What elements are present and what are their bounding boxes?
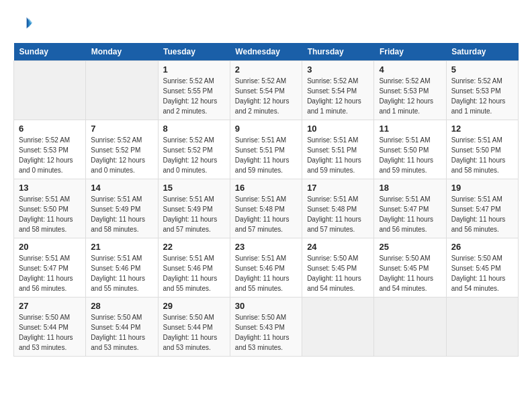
day-number: 7 (91, 124, 152, 134)
day-detail: Sunrise: 5:51 AMSunset: 5:48 PMDaylight:… (235, 194, 297, 234)
day-detail: Sunrise: 5:51 AMSunset: 5:47 PMDaylight:… (379, 194, 441, 234)
day-detail: Sunrise: 5:51 AMSunset: 5:51 PMDaylight:… (235, 135, 297, 175)
day-number: 26 (451, 242, 513, 252)
calendar-cell: 1Sunrise: 5:52 AMSunset: 5:55 PMDaylight… (158, 61, 230, 120)
calendar-cell: 2Sunrise: 5:52 AMSunset: 5:54 PMDaylight… (230, 61, 302, 120)
day-number: 1 (163, 64, 225, 75)
day-number: 29 (163, 301, 225, 311)
day-number: 28 (91, 301, 152, 311)
day-number: 9 (235, 124, 297, 134)
day-detail: Sunrise: 5:52 AMSunset: 5:53 PMDaylight:… (379, 76, 441, 116)
calendar-cell (14, 61, 86, 120)
calendar-cell: 29Sunrise: 5:50 AMSunset: 5:44 PMDayligh… (158, 298, 230, 357)
day-number: 25 (379, 242, 441, 252)
calendar-cell: 6Sunrise: 5:52 AMSunset: 5:53 PMDaylight… (14, 120, 86, 179)
day-number: 27 (19, 301, 81, 311)
day-number: 10 (307, 124, 369, 134)
day-number: 4 (379, 64, 441, 75)
calendar-cell: 25Sunrise: 5:50 AMSunset: 5:45 PMDayligh… (374, 238, 446, 298)
calendar-cell: 16Sunrise: 5:51 AMSunset: 5:48 PMDayligh… (230, 179, 302, 238)
day-detail: Sunrise: 5:51 AMSunset: 5:47 PMDaylight:… (451, 194, 513, 234)
calendar-cell (374, 298, 446, 357)
calendar-cell: 21Sunrise: 5:51 AMSunset: 5:46 PMDayligh… (86, 238, 158, 298)
weekday-header-saturday: Saturday (446, 43, 518, 61)
logo (13, 13, 35, 32)
calendar-cell: 26Sunrise: 5:50 AMSunset: 5:45 PMDayligh… (446, 238, 518, 298)
calendar-cell: 13Sunrise: 5:51 AMSunset: 5:50 PMDayligh… (14, 179, 86, 238)
calendar-cell: 4Sunrise: 5:52 AMSunset: 5:53 PMDaylight… (374, 61, 446, 120)
svg-marker-1 (28, 18, 32, 28)
day-detail: Sunrise: 5:52 AMSunset: 5:52 PMDaylight:… (91, 135, 152, 175)
day-number: 11 (379, 124, 441, 134)
day-detail: Sunrise: 5:50 AMSunset: 5:44 PMDaylight:… (163, 312, 225, 353)
calendar-cell: 28Sunrise: 5:50 AMSunset: 5:44 PMDayligh… (86, 298, 158, 357)
day-number: 8 (163, 124, 225, 134)
day-number: 2 (235, 64, 297, 75)
day-detail: Sunrise: 5:51 AMSunset: 5:51 PMDaylight:… (307, 135, 369, 175)
weekday-header-tuesday: Tuesday (158, 43, 230, 61)
weekday-header-sunday: Sunday (14, 43, 86, 61)
calendar-cell: 12Sunrise: 5:51 AMSunset: 5:50 PMDayligh… (446, 120, 518, 179)
calendar-cell: 24Sunrise: 5:50 AMSunset: 5:45 PMDayligh… (302, 238, 374, 298)
calendar-cell (86, 61, 158, 120)
calendar-cell: 9Sunrise: 5:51 AMSunset: 5:51 PMDaylight… (230, 120, 302, 179)
day-number: 5 (451, 64, 513, 75)
calendar-cell (446, 298, 518, 357)
day-detail: Sunrise: 5:50 AMSunset: 5:45 PMDaylight:… (379, 253, 441, 293)
calendar-week-row: 13Sunrise: 5:51 AMSunset: 5:50 PMDayligh… (14, 179, 519, 238)
calendar-cell: 14Sunrise: 5:51 AMSunset: 5:49 PMDayligh… (86, 179, 158, 238)
calendar-cell: 22Sunrise: 5:51 AMSunset: 5:46 PMDayligh… (158, 238, 230, 298)
day-detail: Sunrise: 5:51 AMSunset: 5:46 PMDaylight:… (91, 253, 152, 293)
calendar-week-row: 27Sunrise: 5:50 AMSunset: 5:44 PMDayligh… (14, 298, 519, 357)
calendar-cell: 20Sunrise: 5:51 AMSunset: 5:47 PMDayligh… (14, 238, 86, 298)
calendar-cell: 23Sunrise: 5:51 AMSunset: 5:46 PMDayligh… (230, 238, 302, 298)
calendar-cell: 7Sunrise: 5:52 AMSunset: 5:52 PMDaylight… (86, 120, 158, 179)
calendar-cell (302, 298, 374, 357)
day-number: 23 (235, 242, 297, 252)
day-number: 30 (235, 301, 297, 311)
day-detail: Sunrise: 5:51 AMSunset: 5:50 PMDaylight:… (379, 135, 441, 175)
calendar-cell: 8Sunrise: 5:52 AMSunset: 5:52 PMDaylight… (158, 120, 230, 179)
day-number: 22 (163, 242, 225, 252)
day-number: 13 (19, 183, 81, 193)
day-detail: Sunrise: 5:52 AMSunset: 5:53 PMDaylight:… (451, 76, 513, 116)
day-detail: Sunrise: 5:51 AMSunset: 5:48 PMDaylight:… (307, 194, 369, 234)
day-number: 6 (19, 124, 81, 134)
weekday-header-friday: Friday (374, 43, 446, 61)
calendar-cell: 18Sunrise: 5:51 AMSunset: 5:47 PMDayligh… (374, 179, 446, 238)
day-detail: Sunrise: 5:50 AMSunset: 5:43 PMDaylight:… (235, 312, 297, 353)
page-header (13, 13, 519, 32)
day-detail: Sunrise: 5:50 AMSunset: 5:45 PMDaylight:… (307, 253, 369, 293)
calendar-week-row: 20Sunrise: 5:51 AMSunset: 5:47 PMDayligh… (14, 238, 519, 298)
day-detail: Sunrise: 5:51 AMSunset: 5:46 PMDaylight:… (235, 253, 297, 293)
day-detail: Sunrise: 5:51 AMSunset: 5:49 PMDaylight:… (91, 194, 152, 234)
calendar-week-row: 6Sunrise: 5:52 AMSunset: 5:53 PMDaylight… (14, 120, 519, 179)
day-number: 12 (451, 124, 513, 134)
day-detail: Sunrise: 5:50 AMSunset: 5:44 PMDaylight:… (91, 312, 152, 353)
day-detail: Sunrise: 5:50 AMSunset: 5:44 PMDaylight:… (19, 312, 81, 353)
day-number: 24 (307, 242, 369, 252)
day-detail: Sunrise: 5:52 AMSunset: 5:54 PMDaylight:… (307, 76, 369, 116)
day-detail: Sunrise: 5:52 AMSunset: 5:53 PMDaylight:… (19, 135, 81, 175)
calendar-cell: 11Sunrise: 5:51 AMSunset: 5:50 PMDayligh… (374, 120, 446, 179)
day-detail: Sunrise: 5:52 AMSunset: 5:52 PMDaylight:… (163, 135, 225, 175)
calendar-cell: 17Sunrise: 5:51 AMSunset: 5:48 PMDayligh… (302, 179, 374, 238)
calendar-table: SundayMondayTuesdayWednesdayThursdayFrid… (13, 43, 519, 357)
calendar-cell: 3Sunrise: 5:52 AMSunset: 5:54 PMDaylight… (302, 61, 374, 120)
day-number: 21 (91, 242, 152, 252)
calendar-week-row: 1Sunrise: 5:52 AMSunset: 5:55 PMDaylight… (14, 61, 519, 120)
day-detail: Sunrise: 5:52 AMSunset: 5:54 PMDaylight:… (235, 76, 297, 116)
day-number: 18 (379, 183, 441, 193)
day-detail: Sunrise: 5:51 AMSunset: 5:50 PMDaylight:… (19, 194, 81, 234)
day-detail: Sunrise: 5:52 AMSunset: 5:55 PMDaylight:… (163, 76, 225, 116)
calendar-cell: 5Sunrise: 5:52 AMSunset: 5:53 PMDaylight… (446, 61, 518, 120)
day-number: 19 (451, 183, 513, 193)
day-number: 16 (235, 183, 297, 193)
day-number: 14 (91, 183, 152, 193)
day-detail: Sunrise: 5:51 AMSunset: 5:46 PMDaylight:… (163, 253, 225, 293)
day-number: 17 (307, 183, 369, 193)
weekday-header-wednesday: Wednesday (230, 43, 302, 61)
day-number: 15 (163, 183, 225, 193)
weekday-header-monday: Monday (86, 43, 158, 61)
calendar-cell: 27Sunrise: 5:50 AMSunset: 5:44 PMDayligh… (14, 298, 86, 357)
